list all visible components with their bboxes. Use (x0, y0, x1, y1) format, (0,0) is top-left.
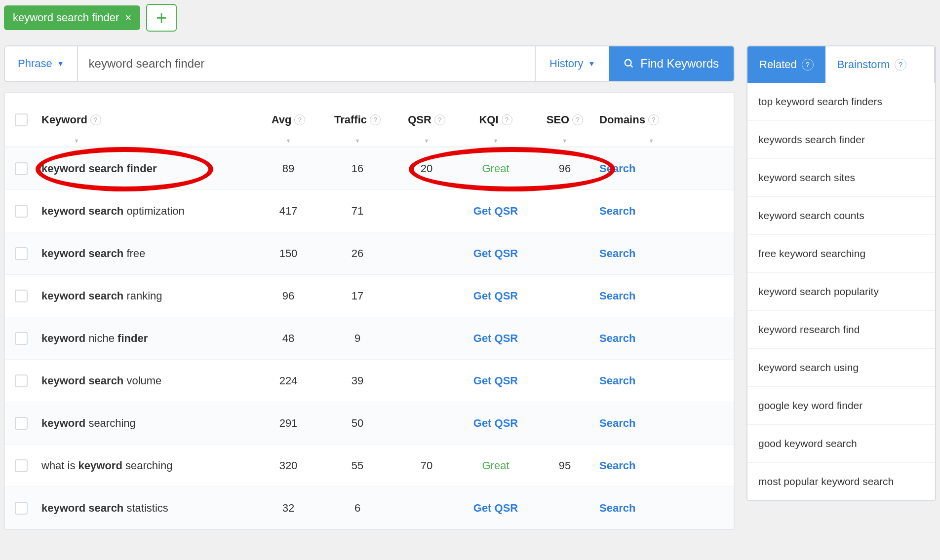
search-tab[interactable]: keyword search finder × (4, 5, 140, 30)
column-header-keyword[interactable]: Keyword ? ▾ (41, 113, 254, 126)
table-row: keyword searching29150Get QSRSearch (5, 402, 734, 444)
column-header-traffic[interactable]: Traffic ? ▾ (323, 113, 392, 126)
help-icon[interactable]: ? (648, 114, 659, 125)
keyword-cell[interactable]: keyword search free (41, 247, 254, 260)
select-all-checkbox[interactable] (15, 113, 28, 126)
help-icon[interactable]: ? (294, 114, 305, 125)
related-item[interactable]: most popular keyword search (747, 462, 935, 500)
related-item[interactable]: keywords search finder (747, 120, 935, 158)
keyword-cell[interactable]: keyword search optimization (41, 205, 254, 218)
get-qsr-link[interactable]: Get QSR (473, 247, 518, 260)
tab-related[interactable]: Related ? (747, 46, 825, 83)
related-item[interactable]: keyword search counts (747, 196, 935, 234)
row-checkbox[interactable] (15, 162, 28, 175)
chevron-down-icon: ▼ (57, 60, 64, 68)
add-tab-button[interactable]: + (146, 4, 177, 32)
avg-cell: 224 (254, 374, 323, 387)
help-icon[interactable]: ? (502, 114, 512, 125)
related-item[interactable]: free keyword searching (747, 234, 935, 272)
search-bar: Phrase ▼ History ▼ Find Keywords (4, 45, 735, 82)
table-row: what is keyword searching3205570Great95S… (5, 444, 734, 486)
help-icon[interactable]: ? (572, 114, 583, 125)
related-item[interactable]: top keyword search finders (747, 83, 935, 120)
keyword-cell[interactable]: keyword search statistics (41, 502, 254, 515)
keyword-cell[interactable]: keyword search ranking (41, 290, 254, 302)
row-checkbox[interactable] (15, 502, 28, 515)
avg-cell: 150 (254, 247, 323, 260)
related-item[interactable]: google key word finder (747, 386, 935, 424)
help-icon[interactable]: ? (370, 114, 381, 125)
avg-cell: 417 (254, 205, 323, 218)
traffic-cell: 9 (323, 332, 392, 345)
qsr-cell: 70 (392, 459, 461, 472)
avg-cell: 32 (254, 502, 323, 515)
column-header-seo[interactable]: SEO ? ▾ (530, 113, 599, 126)
seo-cell: 96 (530, 162, 599, 175)
get-qsr-link[interactable]: Get QSR (473, 205, 518, 217)
close-icon[interactable]: × (125, 12, 131, 23)
table-row: keyword search free15026Get QSRSearch (5, 232, 734, 274)
related-item[interactable]: keyword research find (747, 310, 935, 348)
sort-icon: ▾ (494, 137, 497, 144)
column-header-domains[interactable]: Domains ? ▾ (599, 113, 703, 126)
domains-search-link[interactable]: Search (599, 417, 635, 429)
traffic-cell: 16 (323, 162, 392, 175)
get-qsr-link[interactable]: Get QSR (473, 417, 518, 429)
find-keywords-button[interactable]: Find Keywords (609, 46, 734, 81)
domains-search-link[interactable]: Search (599, 290, 635, 302)
column-header-avg[interactable]: Avg ? ▾ (254, 113, 323, 126)
help-icon[interactable]: ? (90, 114, 101, 125)
help-icon[interactable]: ? (895, 59, 906, 71)
right-tabs: Related ? Brainstorm ? (747, 46, 935, 83)
domains-search-link[interactable]: Search (599, 247, 635, 260)
row-checkbox[interactable] (15, 417, 28, 430)
search-icon (624, 58, 634, 69)
row-checkbox[interactable] (15, 205, 28, 218)
get-qsr-link[interactable]: Get QSR (473, 374, 518, 387)
seo-cell: 95 (530, 459, 599, 472)
column-header-kqi[interactable]: KQI ? ▾ (461, 113, 530, 126)
related-item[interactable]: keyword search using (747, 348, 935, 386)
row-checkbox[interactable] (15, 459, 28, 472)
row-checkbox[interactable] (15, 332, 28, 345)
column-header-qsr[interactable]: QSR ? ▾ (392, 113, 461, 126)
keyword-search-input[interactable] (78, 46, 535, 81)
help-icon[interactable]: ? (434, 114, 445, 125)
sort-icon: ▾ (75, 137, 78, 144)
domains-search-link[interactable]: Search (599, 162, 635, 175)
phrase-dropdown[interactable]: Phrase ▼ (5, 46, 78, 81)
domains-search-link[interactable]: Search (599, 374, 635, 387)
row-checkbox[interactable] (15, 374, 28, 387)
related-item[interactable]: keyword search sites (747, 158, 935, 196)
domains-search-link[interactable]: Search (599, 502, 635, 514)
table-row: keyword niche finder489Get QSRSearch (5, 317, 734, 359)
domains-search-link[interactable]: Search (599, 332, 635, 344)
sort-icon: ▾ (356, 137, 359, 144)
history-dropdown[interactable]: History ▼ (535, 46, 609, 81)
sort-icon: ▾ (425, 137, 428, 144)
get-qsr-link[interactable]: Get QSR (473, 290, 518, 302)
table-row: keyword search optimization41771Get QSRS… (5, 189, 734, 232)
row-checkbox[interactable] (15, 247, 28, 260)
traffic-cell: 26 (323, 247, 392, 260)
avg-cell: 320 (254, 459, 323, 472)
plus-icon: + (156, 7, 167, 29)
keyword-cell[interactable]: keyword search finder (41, 162, 254, 175)
keyword-cell[interactable]: keyword search volume (41, 374, 254, 387)
get-qsr-link[interactable]: Get QSR (473, 332, 518, 344)
get-qsr-link[interactable]: Get QSR (473, 502, 518, 514)
keyword-cell[interactable]: what is keyword searching (41, 459, 254, 472)
tabs-row: keyword search finder × + (0, 4, 940, 32)
keyword-cell[interactable]: keyword niche finder (41, 332, 254, 345)
row-checkbox[interactable] (15, 290, 28, 302)
related-item[interactable]: good keyword search (747, 424, 935, 462)
related-panel: Related ? Brainstorm ? top keyword searc… (746, 45, 936, 501)
tab-brainstorm[interactable]: Brainstorm ? (825, 46, 935, 83)
help-icon[interactable]: ? (802, 59, 814, 71)
related-item[interactable]: keyword search popularity (747, 272, 935, 310)
svg-point-0 (625, 60, 631, 66)
keyword-cell[interactable]: keyword searching (41, 417, 254, 430)
domains-search-link[interactable]: Search (599, 459, 635, 472)
domains-search-link[interactable]: Search (599, 205, 635, 217)
avg-cell: 89 (254, 162, 323, 175)
